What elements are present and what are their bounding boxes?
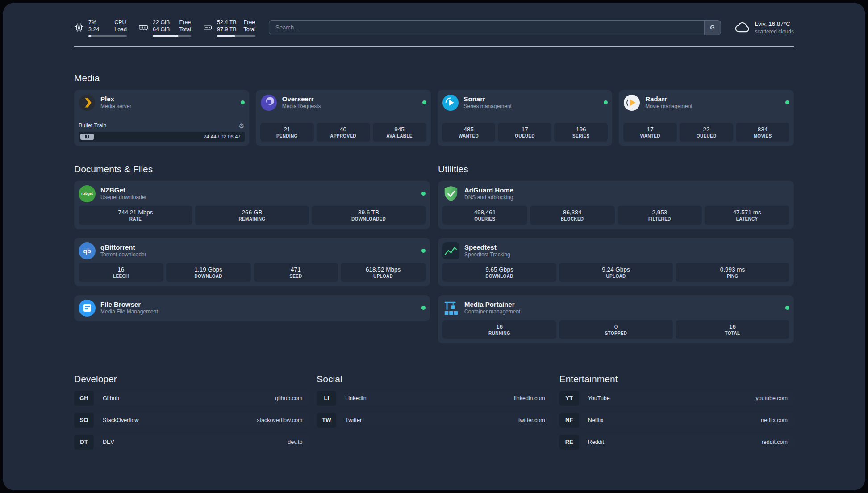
- stat-value: 618.52 Mbps: [342, 266, 424, 273]
- service-subtitle: Usenet downloader: [100, 194, 146, 201]
- bookmark-domain: stackoverflow.com: [257, 417, 302, 423]
- disk-icon: [203, 23, 213, 33]
- bookmark-abbr: YT: [559, 391, 579, 406]
- service-subtitle: Speedtest Tracking: [464, 251, 510, 259]
- stat-label: UPLOAD: [561, 274, 671, 279]
- bookmark-reddit[interactable]: RE Reddit reddit.com: [559, 435, 794, 450]
- stat-tile: 22 QUEUED: [680, 123, 733, 142]
- stat-label: DOWNLOADED: [313, 217, 424, 221]
- stat-tile: 266 GB REMAINING: [195, 206, 309, 225]
- stat-label: LEECH: [80, 274, 162, 279]
- stat-value: 9.24 Gbps: [561, 266, 671, 273]
- search-input[interactable]: [269, 20, 721, 35]
- bookmark-dev[interactable]: DT DEV dev.to: [74, 435, 309, 450]
- bookmark-netflix[interactable]: NF Netflix netflix.com: [559, 413, 794, 428]
- stat-tile: 744.21 Mbps RATE: [79, 206, 192, 225]
- service-card-filebrowser[interactable]: File Browser Media File Management: [74, 295, 430, 321]
- stat-value: 471: [255, 266, 337, 273]
- service-card-plex[interactable]: Plex Media server Bullet Train ⚙ 24:44 /…: [74, 90, 249, 146]
- status-dot: [421, 306, 426, 310]
- bookmark-domain: dev.to: [288, 439, 302, 445]
- memory-widget: 22 GiB 64 GiB Free Total: [138, 19, 191, 37]
- stat-value: 0: [561, 323, 671, 330]
- bookmark-domain: youtube.com: [755, 395, 788, 401]
- stat-label: UPLOAD: [342, 274, 424, 279]
- cpu-widget: 7% 3.24 CPU Load: [74, 19, 127, 37]
- stat-value: 39.6 TB: [313, 209, 424, 216]
- service-card-adguard[interactable]: AdGuard Home DNS and adblocking 498,461 …: [438, 181, 794, 229]
- bookmark-twitter[interactable]: TW Twitter twitter.com: [317, 413, 551, 428]
- bookmark-name: Github: [103, 395, 119, 401]
- memory-readout: 22 GiB 64 GiB Free Total: [153, 19, 191, 37]
- overseerr-icon: [260, 94, 277, 111]
- section-media: Media Plex Media server: [74, 73, 794, 146]
- section-title-entertainment: Entertainment: [559, 374, 794, 384]
- nzbget-icon: nzbget: [79, 185, 96, 202]
- speedtest-icon: [442, 242, 459, 259]
- stat-value: 0.993 ms: [677, 266, 788, 273]
- player-progress-bar[interactable]: 24:44 / 02:06:47: [79, 132, 245, 142]
- search-bar: G: [269, 20, 721, 35]
- bookmark-domain: github.com: [275, 395, 302, 401]
- stat-tile: 16 TOTAL: [676, 320, 789, 339]
- pause-button[interactable]: [80, 134, 94, 140]
- memory-label-bottom: Total: [179, 26, 191, 33]
- bookmark-domain: twitter.com: [518, 417, 545, 423]
- stat-label: APPROVED: [318, 134, 368, 138]
- stat-tile: 485 WANTED: [442, 123, 496, 142]
- stat-tile: 47.571 ms LATENCY: [705, 206, 789, 225]
- service-name: Plex: [100, 95, 131, 104]
- stat-label: TOTAL: [677, 331, 788, 336]
- stat-label: RATE: [80, 217, 191, 221]
- bookmark-linkedin[interactable]: LI LinkedIn linkedin.com: [317, 391, 551, 406]
- stat-label: SERIES: [556, 134, 606, 138]
- service-subtitle: Container management: [464, 309, 520, 316]
- bookmark-youtube[interactable]: YT YouTube youtube.com: [559, 391, 794, 406]
- disk-label-bottom: Total: [244, 26, 255, 33]
- bookmark-domain: netflix.com: [761, 417, 788, 423]
- service-card-nzbget[interactable]: nzbget NZBGet Usenet downloader 744.21 M…: [74, 181, 430, 229]
- stat-tile: 16 LEECH: [79, 263, 163, 282]
- sonarr-icon: [442, 94, 459, 111]
- settings-gear-icon[interactable]: ⚙: [238, 122, 244, 129]
- stat-tile: 39.6 TB DOWNLOADED: [312, 206, 426, 225]
- section-title-documents: Documents & Files: [74, 164, 430, 175]
- stat-value: 22: [681, 126, 731, 133]
- stat-tile: 834 MOVIES: [736, 123, 789, 142]
- stat-label: QUEUED: [681, 134, 731, 138]
- search-engine-button[interactable]: G: [704, 20, 721, 35]
- service-card-qbittorrent[interactable]: qb qBittorrent Torrent downloader 16: [74, 238, 430, 286]
- bookmark-group-social: Social LI LinkedIn linkedin.com TW Twitt…: [317, 374, 551, 450]
- stat-label: AVAILABLE: [375, 134, 425, 138]
- weather-location: Lviv, 16.87°C: [755, 20, 794, 28]
- bookmark-github[interactable]: GH Github github.com: [74, 391, 309, 406]
- stat-tile: 17 QUEUED: [498, 123, 551, 142]
- service-card-sonarr[interactable]: Sonarr Series management 485 WANTED 17 Q…: [438, 90, 613, 146]
- stat-value: 196: [556, 126, 606, 133]
- cpu-icon: [74, 23, 84, 33]
- weather-condition: scattered clouds: [755, 28, 794, 35]
- stat-tile: 0 STOPPED: [559, 320, 673, 339]
- service-card-overseerr[interactable]: Overseerr Media Requests 21 PENDING 40 A…: [256, 90, 431, 146]
- memory-usage-bar: [153, 35, 191, 37]
- stat-label: WANTED: [444, 134, 494, 138]
- section-title-media: Media: [74, 73, 794, 84]
- stat-tile: 0.993 ms PING: [676, 263, 789, 282]
- bookmark-abbr: DT: [74, 435, 94, 450]
- status-dot: [421, 249, 426, 253]
- bookmark-abbr: SO: [74, 413, 94, 428]
- cpu-readout: 7% 3.24 CPU Load: [88, 19, 127, 37]
- stat-tile: 9.65 Gbps DOWNLOAD: [442, 263, 556, 282]
- bookmark-name: Netflix: [588, 417, 604, 423]
- disk-free: 52.4 TB: [217, 19, 237, 26]
- service-name: NZBGet: [100, 186, 146, 195]
- service-card-radarr[interactable]: Radarr Movie management 17 WANTED 22 QUE…: [619, 90, 794, 146]
- section-documents: Documents & Files nzbget NZBGet Usenet d…: [74, 164, 430, 343]
- service-card-portainer[interactable]: Media Portainer Container management 16 …: [438, 295, 794, 343]
- section-title-social: Social: [317, 374, 551, 384]
- bookmark-name: Reddit: [588, 439, 604, 445]
- stat-label: DOWNLOAD: [444, 274, 555, 279]
- service-card-speedtest[interactable]: Speedtest Speedtest Tracking 9.65 Gbps D…: [438, 238, 794, 286]
- resource-widgets: 7% 3.24 CPU Load: [74, 19, 255, 37]
- bookmark-stackoverflow[interactable]: SO StackOverflow stackoverflow.com: [74, 413, 309, 428]
